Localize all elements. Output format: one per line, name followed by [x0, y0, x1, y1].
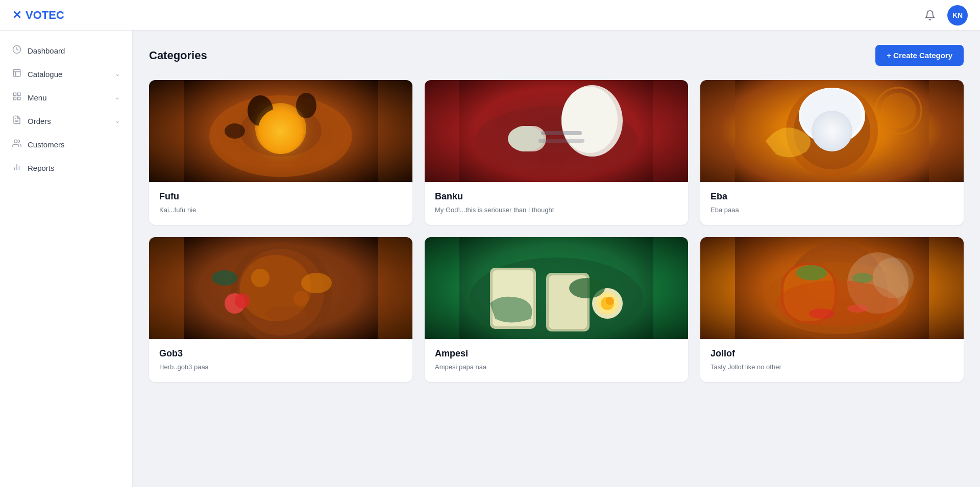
- dashboard-icon: [12, 45, 21, 56]
- category-title-gob3: Gob3: [159, 348, 402, 359]
- category-desc-fufu: Kai...fufu nie: [159, 206, 402, 214]
- navbar-right: KN: [921, 5, 968, 25]
- svg-point-18: [296, 93, 316, 118]
- sidebar-item-reports[interactable]: Reports: [0, 156, 132, 180]
- menu-icon: [12, 92, 21, 103]
- svg-point-33: [800, 89, 862, 140]
- user-avatar[interactable]: KN: [947, 5, 968, 25]
- category-image-jollof: [700, 237, 964, 339]
- category-body-ampesi: AmpesiAmpesi papa naa: [425, 339, 688, 382]
- logo-icon: ✕: [12, 9, 21, 22]
- main-header: Categories + Create Category: [149, 45, 964, 66]
- sidebar-item-menu[interactable]: Menu ⌄: [0, 86, 132, 109]
- category-title-fufu: Fufu: [159, 191, 402, 202]
- svg-point-66: [796, 265, 827, 280]
- brand-logo[interactable]: ✕ VOTEC: [12, 9, 64, 22]
- categories-grid: FufuKai...fufu nie BankuMy God!...: [149, 80, 964, 382]
- svg-point-26: [508, 126, 544, 151]
- svg-point-23: [561, 87, 618, 153]
- svg-rect-3: [18, 93, 20, 95]
- category-body-fufu: FufuKai...fufu nie: [149, 182, 412, 225]
- svg-point-19: [225, 123, 245, 139]
- menu-chevron-icon: ⌄: [115, 94, 120, 101]
- category-image-fufu: [149, 80, 412, 182]
- category-card-jollof[interactable]: JollofTasty Jollof like no other: [700, 237, 964, 382]
- svg-point-65: [873, 258, 914, 298]
- sidebar-item-dashboard[interactable]: Dashboard: [0, 39, 132, 62]
- svg-point-17: [248, 95, 273, 126]
- category-card-gob3[interactable]: Gob3Herb..gob3 paaa: [149, 237, 412, 382]
- category-image-ampesi: [425, 237, 688, 339]
- category-title-banku: Banku: [435, 191, 678, 202]
- svg-point-16: [265, 113, 296, 144]
- svg-rect-5: [18, 97, 20, 100]
- category-desc-jollof: Tasty Jollof like no other: [710, 363, 953, 371]
- sidebar-item-catalogue[interactable]: Catalogue ⌄: [0, 62, 132, 86]
- category-card-fufu[interactable]: FufuKai...fufu nie: [149, 80, 412, 225]
- category-title-jollof: Jollof: [710, 348, 953, 359]
- svg-point-56: [606, 297, 614, 305]
- category-body-gob3: Gob3Herb..gob3 paaa: [149, 339, 412, 382]
- sidebar-item-menu-left: Menu: [12, 92, 47, 103]
- sidebar-label-menu: Menu: [28, 93, 47, 102]
- category-body-banku: BankuMy God!...this is seriouser than I …: [425, 182, 688, 225]
- reports-icon: [12, 162, 21, 173]
- svg-point-69: [847, 304, 868, 313]
- sidebar-item-orders[interactable]: Orders ⌄: [0, 109, 132, 133]
- svg-rect-2: [13, 93, 16, 95]
- category-desc-eba: Eba paaa: [710, 206, 953, 214]
- sidebar-label-dashboard: Dashboard: [28, 46, 65, 55]
- svg-point-42: [301, 273, 332, 293]
- customers-icon: [12, 139, 21, 150]
- catalogue-icon: [12, 68, 21, 80]
- orders-chevron-icon: ⌄: [115, 117, 120, 124]
- sidebar-item-dashboard-left: Dashboard: [12, 45, 65, 56]
- category-title-ampesi: Ampesi: [435, 348, 678, 359]
- category-card-ampesi[interactable]: AmpesiAmpesi papa naa: [425, 237, 688, 382]
- sidebar-item-orders-left: Orders: [12, 115, 51, 126]
- svg-point-67: [852, 273, 873, 283]
- category-image-banku: [425, 80, 688, 182]
- category-image-eba: [700, 80, 964, 182]
- category-body-jollof: JollofTasty Jollof like no other: [700, 339, 964, 382]
- category-card-banku[interactable]: BankuMy God!...this is seriouser than I …: [425, 80, 688, 225]
- category-desc-banku: My God!...this is seriouser than I thoug…: [435, 206, 678, 214]
- sidebar-label-catalogue: Catalogue: [28, 70, 62, 79]
- sidebar-label-customers: Customers: [28, 140, 65, 149]
- sidebar-item-reports-left: Reports: [12, 162, 55, 173]
- svg-point-57: [569, 278, 605, 298]
- page-title: Categories: [149, 49, 207, 62]
- navbar: ✕ VOTEC KN: [0, 0, 980, 31]
- svg-rect-1: [13, 69, 20, 76]
- layout: Dashboard Catalogue ⌄ Menu ⌄: [0, 31, 980, 487]
- sidebar-item-customers[interactable]: Customers: [0, 133, 132, 156]
- category-desc-ampesi: Ampesi papa naa: [435, 363, 678, 371]
- svg-rect-28: [538, 139, 584, 143]
- svg-point-68: [809, 309, 835, 319]
- sidebar-label-orders: Orders: [28, 117, 51, 125]
- brand-name: VOTEC: [26, 9, 64, 22]
- orders-icon: [12, 115, 21, 126]
- svg-point-45: [293, 291, 309, 306]
- svg-point-41: [235, 293, 250, 309]
- category-desc-gob3: Herb..gob3 paaa: [159, 363, 402, 371]
- category-body-eba: EbaEba paaa: [700, 182, 964, 225]
- svg-point-46: [212, 270, 237, 286]
- category-card-eba[interactable]: EbaEba paaa: [700, 80, 964, 225]
- sidebar-label-reports: Reports: [28, 164, 55, 172]
- sidebar-item-customers-left: Customers: [12, 139, 65, 150]
- svg-point-35: [880, 93, 916, 129]
- notification-button[interactable]: [921, 6, 939, 24]
- main-content: Categories + Create Category: [133, 31, 980, 487]
- catalogue-chevron-icon: ⌄: [115, 70, 120, 78]
- svg-rect-4: [13, 97, 16, 100]
- create-category-button[interactable]: + Create Category: [875, 45, 964, 66]
- sidebar-item-catalogue-left: Catalogue: [12, 68, 62, 80]
- svg-point-44: [251, 269, 270, 287]
- svg-point-43: [265, 306, 306, 321]
- category-title-eba: Eba: [710, 191, 953, 202]
- sidebar: Dashboard Catalogue ⌄ Menu ⌄: [0, 31, 133, 487]
- category-image-gob3: [149, 237, 412, 339]
- svg-point-8: [14, 140, 17, 143]
- svg-rect-27: [541, 131, 582, 135]
